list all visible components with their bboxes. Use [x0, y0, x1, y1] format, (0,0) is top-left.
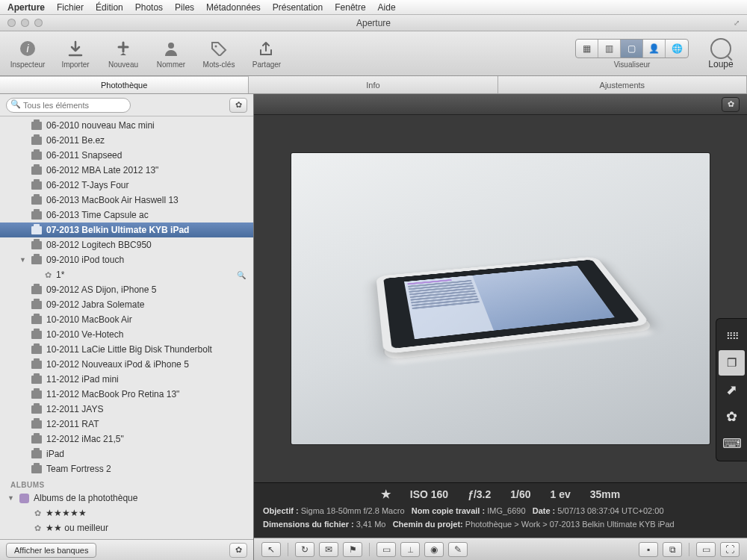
places-view-icon[interactable]: 🌐 — [666, 40, 688, 57]
brush-tool[interactable]: ✎ — [448, 542, 468, 557]
filesize-value: 3,41 Mo — [356, 520, 386, 529]
project-icon — [31, 435, 42, 444]
project-icon — [31, 152, 42, 160]
search-options-button[interactable]: ✿ — [229, 98, 247, 113]
zoom-button[interactable] — [34, 19, 43, 27]
keywords-button[interactable]: Mots-clés — [199, 38, 239, 69]
rotate-tool[interactable]: ↻ — [295, 542, 314, 557]
project-label: 06-2011 Snapseed — [46, 150, 122, 161]
menu-edit[interactable]: Édition — [96, 2, 123, 13]
grid-view-icon[interactable]: ▦ — [576, 40, 598, 57]
straighten-tool[interactable]: ▭ — [376, 542, 396, 557]
project-label: 10-2011 LaCie Little Big Disk Thunderbol… — [46, 344, 212, 355]
smart-album-icon: ✿ — [34, 523, 41, 533]
zoom-button[interactable]: ▭ — [696, 542, 716, 557]
overlay-hud-icon[interactable]: ❐ — [719, 350, 745, 376]
inspector-button[interactable]: i Inspecteur — [7, 38, 48, 69]
project-item[interactable]: 06-2010 nouveau Mac mini — [0, 118, 253, 133]
viewer-options-button[interactable]: ✿ — [722, 97, 740, 112]
view-mode-segmented[interactable]: ▦ ▥ ▢ 👤 🌐 — [575, 39, 689, 58]
project-item[interactable]: 12-2011 JAYS — [0, 402, 253, 417]
loupe-button[interactable]: Loupe — [702, 38, 740, 69]
project-item[interactable]: 06-2013 MacBook Air Haswell 13 — [0, 193, 253, 208]
fullscreen-icon[interactable]: ⤢ — [734, 19, 740, 27]
album-item[interactable]: ✿★★ ou meilleur — [0, 520, 253, 535]
project-item[interactable]: 06-2011 Be.ez — [0, 133, 253, 148]
project-item[interactable]: iPad — [0, 447, 253, 461]
photo-preview — [291, 153, 710, 444]
disclosure-triangle-icon[interactable]: ▼ — [19, 256, 26, 264]
project-item[interactable]: 06-2012 T-Jays Four — [0, 178, 253, 193]
sidebar-action-button[interactable]: ✿ — [229, 543, 247, 558]
project-item[interactable]: 12-2011 RAT — [0, 417, 253, 432]
project-item[interactable]: 12-2012 iMac 21,5" — [0, 432, 253, 447]
menu-help[interactable]: Aide — [378, 2, 396, 13]
viewer-canvas[interactable] — [254, 115, 747, 482]
show-vaults-button[interactable]: Afficher les banques — [6, 543, 96, 558]
project-item[interactable]: 06-2012 MBA Late 2012 13" — [0, 163, 253, 178]
project-label: 10-2010 MacBook Air — [46, 314, 132, 325]
show-master-button[interactable]: ⧉ — [663, 542, 682, 557]
minimize-button[interactable] — [21, 19, 29, 27]
menu-window[interactable]: Fenêtre — [335, 2, 365, 13]
shutter-value: 1/60 — [510, 488, 530, 500]
album-item[interactable]: ▼Albums de la photothèque — [0, 491, 253, 505]
disclosure-triangle-icon[interactable]: ▼ — [7, 494, 14, 502]
project-item[interactable]: 11-2012 iPad mini — [0, 372, 253, 387]
grid-hud-icon[interactable]: ⠿⠿ — [716, 323, 747, 349]
menu-stacks[interactable]: Piles — [175, 2, 194, 13]
new-button[interactable]: Nouveau — [103, 38, 143, 69]
import-button[interactable]: Importer — [55, 38, 96, 69]
split-view-icon[interactable]: ▥ — [598, 40, 621, 57]
project-item[interactable]: 06-2013 Time Capsule ac — [0, 208, 253, 223]
project-item[interactable]: 10-2010 Ve-Hotech — [0, 327, 253, 342]
project-label: 06-2010 nouveau Mac mini — [46, 120, 155, 131]
project-item[interactable]: 10-2010 MacBook Air — [0, 312, 253, 327]
ev-value: 1 ev — [551, 488, 571, 500]
project-label: 06-2012 MBA Late 2012 13" — [46, 165, 158, 175]
menu-file[interactable]: Fichier — [57, 2, 84, 13]
menu-metadata[interactable]: Métadonnées — [206, 2, 261, 13]
project-item[interactable]: 09-2012 Jabra Solemate — [0, 297, 253, 312]
menu-photos[interactable]: Photos — [135, 2, 163, 13]
name-button[interactable]: Nommer — [151, 38, 191, 69]
search-input[interactable] — [6, 98, 131, 113]
share-button[interactable]: Partager — [247, 38, 287, 69]
email-tool[interactable]: ✉ — [319, 542, 338, 557]
project-item[interactable]: ▼09-2010 iPod touch — [0, 252, 253, 267]
album-item[interactable]: ✿★★★★★ — [0, 505, 253, 520]
close-button[interactable] — [7, 19, 16, 27]
tab-info[interactable]: Info — [249, 76, 498, 93]
crop-tool[interactable]: ⟂ — [400, 542, 420, 557]
project-tree[interactable]: 06-2010 nouveau Mac mini06-2011 Be.ez06-… — [0, 116, 253, 539]
tab-adjustments[interactable]: Ajustements — [498, 76, 747, 93]
viewer-view-icon[interactable]: ▢ — [621, 40, 643, 57]
flag-tool[interactable]: ⚑ — [343, 542, 362, 557]
project-label: 06-2013 Time Capsule ac — [46, 210, 149, 220]
svg-point-3 — [215, 46, 217, 48]
project-item[interactable]: 11-2012 MacBook Pro Retina 13" — [0, 387, 253, 402]
rocket-icon[interactable]: ⬈ — [716, 377, 747, 402]
project-item[interactable]: 08-2012 Logitech BBC950 — [0, 237, 253, 252]
project-label: 09-2010 iPod touch — [46, 255, 124, 265]
tab-library[interactable]: Photothèque — [0, 76, 249, 93]
smart-album-item[interactable]: ✿1*🔍 — [0, 267, 253, 282]
selection-tool[interactable]: ↖ — [261, 542, 281, 557]
project-item[interactable]: 07-2013 Belkin Ultimate KYB iPad — [0, 223, 253, 237]
smart-album-icon: ✿ — [34, 508, 41, 518]
project-item[interactable]: 10-2012 Nouveaux iPod & iPhone 5 — [0, 357, 253, 372]
keyboard-icon[interactable]: ⌨ — [716, 431, 747, 456]
project-label: 08-2012 Logitech BBC950 — [46, 240, 152, 250]
project-item[interactable]: 09-2012 AS Dijon, iPhone 5 — [0, 282, 253, 297]
project-item[interactable]: Team Fortress 2 — [0, 461, 253, 476]
project-item[interactable]: 06-2011 Snapseed — [0, 148, 253, 163]
redeye-tool[interactable]: ◉ — [424, 542, 444, 557]
lens-value: Sigma 18-50mm f/2.8 Macro — [301, 506, 405, 515]
project-item[interactable]: 10-2011 LaCie Little Big Disk Thunderbol… — [0, 342, 253, 357]
gear-icon[interactable]: ✿ — [716, 404, 747, 429]
menu-view[interactable]: Présentation — [273, 2, 323, 13]
app-menu[interactable]: Aperture — [7, 2, 45, 13]
primary-only-button[interactable]: ▪ — [639, 542, 658, 557]
faces-view-icon[interactable]: 👤 — [643, 40, 666, 57]
fullscreen-button[interactable]: ⛶ — [720, 542, 740, 557]
